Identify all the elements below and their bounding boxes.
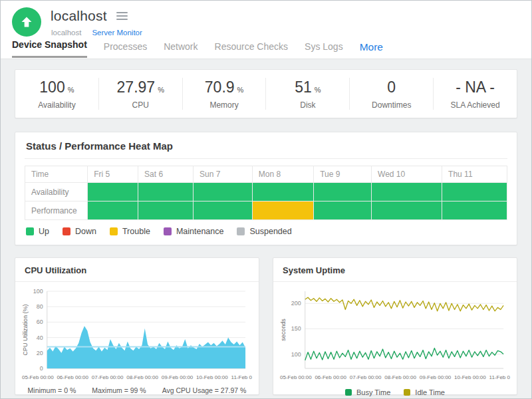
device-status-icon: [12, 7, 41, 37]
stat-value: 70.9%: [205, 78, 244, 96]
heatmap-row-label: Performance: [25, 201, 88, 220]
tab-bar: Device SnapshotProcessesNetworkResource …: [12, 39, 383, 58]
series-swatch-idle-time: [404, 389, 410, 396]
menu-icon[interactable]: [115, 11, 129, 21]
svg-text:0: 0: [40, 365, 43, 372]
legend-label: Up: [39, 227, 49, 236]
legend-swatch-down: [63, 227, 70, 235]
cpu-chart-title: CPU Utilization: [15, 258, 259, 282]
x-tick-label: 07-Feb 00:00: [92, 374, 124, 380]
legend-swatch-maintenance: [164, 227, 172, 235]
tab-network[interactable]: Network: [164, 41, 198, 58]
cpu-chart-stats: Minimum = 0 %Maximum = 99 %Avg CPU Usage…: [21, 386, 253, 394]
stat-value: 51%: [295, 78, 321, 96]
stat-label: Availability: [38, 100, 75, 110]
heatmap-cell-performance-sun-7[interactable]: [194, 201, 253, 220]
legend-item-trouble: Trouble: [110, 227, 150, 236]
x-tick-label: 10-Feb 00:00: [454, 374, 486, 380]
svg-text:40: 40: [37, 334, 43, 341]
svg-text:seconds: seconds: [280, 319, 287, 341]
tab-processes[interactable]: Processes: [104, 41, 147, 58]
heatmap-cell-availability-sat-6[interactable]: [138, 183, 194, 201]
heatmap-col-time: Time: [25, 166, 88, 183]
system-uptime-chart: 100150200seconds: [279, 286, 511, 374]
breadcrumb-monitor-link[interactable]: Server Monitor: [92, 29, 142, 37]
stat-cpu: 27.97%CPU: [98, 78, 182, 110]
heatmap-col-mon-8: Mon 8: [252, 166, 313, 183]
heatmap-cell-availability-sun-7[interactable]: [194, 183, 253, 201]
svg-text:60: 60: [37, 319, 43, 325]
x-tick-label: 10-Feb 00:00: [196, 374, 228, 380]
heatmap-cell-performance-wed-10[interactable]: [372, 201, 442, 220]
x-tick-label: 11-Feb 0: [231, 374, 252, 380]
tab-sys-logs[interactable]: Sys Logs: [305, 41, 343, 58]
tab-device-snapshot[interactable]: Device Snapshot: [12, 39, 87, 58]
stat-memory: 70.9%Memory: [182, 78, 266, 110]
svg-text:80: 80: [37, 303, 43, 310]
system-uptime-card: System Uptime 100150200seconds 05-Feb 00…: [273, 257, 517, 395]
x-tick-label: 07-Feb 00:00: [350, 374, 382, 380]
x-tick-label: 08-Feb 00:00: [384, 374, 416, 380]
heatmap-cell-availability-tue-9[interactable]: [314, 183, 372, 201]
heatmap-row-performance: Performance: [25, 201, 507, 220]
x-tick-label: 06-Feb 00:00: [57, 374, 88, 380]
uptime-chart-legend: Busy TimeIdle Time: [279, 388, 511, 396]
x-tick-label: 11-Feb 0: [489, 374, 510, 380]
tab-resource-checks[interactable]: Resource Checks: [215, 41, 289, 58]
svg-text:20: 20: [37, 350, 43, 356]
heatmap-legend: UpDownTroubleMaintenanceSuspended: [25, 220, 507, 245]
heatmap-card: Status / Performance Heat Map TimeFri 5S…: [15, 132, 517, 245]
cpu-stat: Maximum = 99 %: [92, 386, 146, 394]
legend-item-maintenance: Maintenance: [164, 227, 224, 236]
heatmap-col-thu-11: Thu 11: [442, 166, 507, 183]
main-content: 100%Availability27.97%CPU70.9%Memory51%D…: [1, 59, 531, 398]
heatmap-cell-performance-thu-11[interactable]: [442, 201, 507, 220]
series-legend-idle-time: Idle Time: [404, 388, 445, 396]
heatmap-row-label: Availability: [25, 183, 88, 201]
stat-number: 70.9: [205, 78, 235, 96]
heatmap-cell-availability-mon-8[interactable]: [252, 183, 313, 201]
arrow-up-icon: [20, 15, 33, 29]
stat-disk: 51%Disk: [265, 78, 349, 110]
stat-number: 0: [387, 78, 396, 96]
page-header: localhost localhost Server Monitor Devic…: [1, 1, 531, 59]
stat-number: 27.97: [117, 78, 156, 96]
stat-unit: %: [315, 86, 321, 94]
heatmap-cell-performance-sat-6[interactable]: [138, 201, 194, 220]
cpu-utilization-chart: 020406080100CPU Utilization (%): [21, 286, 253, 374]
heatmap-cell-performance-fri-5[interactable]: [88, 201, 138, 220]
heatmap-cell-availability-thu-11[interactable]: [442, 183, 507, 201]
heatmap-cell-performance-mon-8[interactable]: [252, 201, 313, 220]
stat-label: Downtimes: [372, 100, 411, 110]
cpu-chart-x-labels: 05-Feb 00:0006-Feb 00:0007-Feb 00:0008-F…: [21, 374, 253, 380]
stat-value: 27.97%: [117, 78, 164, 96]
stat-sla-achieved: - NA -SLA Achieved: [433, 78, 517, 110]
breadcrumb-host: localhost: [51, 29, 81, 37]
legend-label: Down: [75, 227, 96, 236]
series-legend-label: Idle Time: [415, 388, 445, 396]
heatmap-col-fri-5: Fri 5: [88, 166, 138, 183]
heatmap-cell-availability-fri-5[interactable]: [88, 183, 138, 201]
x-tick-label: 09-Feb 00:00: [162, 374, 194, 380]
svg-text:200: 200: [291, 300, 301, 307]
uptime-chart-x-labels: 05-Feb 00:0006-Feb 00:0007-Feb 00:0008-F…: [279, 374, 511, 380]
app-window: localhost localhost Server Monitor Devic…: [0, 0, 532, 399]
x-tick-label: 05-Feb 00:00: [280, 374, 312, 380]
stat-unit: %: [237, 86, 244, 94]
legend-item-suspended: Suspended: [237, 227, 291, 236]
svg-text:CPU Utilization (%): CPU Utilization (%): [22, 305, 29, 356]
stat-label: SLA Achieved: [451, 100, 500, 110]
heatmap-cell-performance-tue-9[interactable]: [314, 201, 372, 220]
heatmap-cell-availability-wed-10[interactable]: [372, 183, 442, 201]
legend-label: Suspended: [249, 227, 291, 236]
page-title: localhost: [51, 8, 107, 24]
heatmap-title: Status / Performance Heat Map: [25, 132, 507, 159]
stat-label: Memory: [209, 100, 238, 110]
heatmap-col-sat-6: Sat 6: [138, 166, 194, 183]
legend-swatch-suspended: [237, 227, 245, 235]
stat-label: Disk: [300, 100, 315, 110]
svg-text:150: 150: [291, 325, 301, 332]
legend-item-up: Up: [26, 227, 49, 236]
legend-swatch-up: [26, 227, 34, 235]
tab-more[interactable]: More: [360, 41, 383, 59]
